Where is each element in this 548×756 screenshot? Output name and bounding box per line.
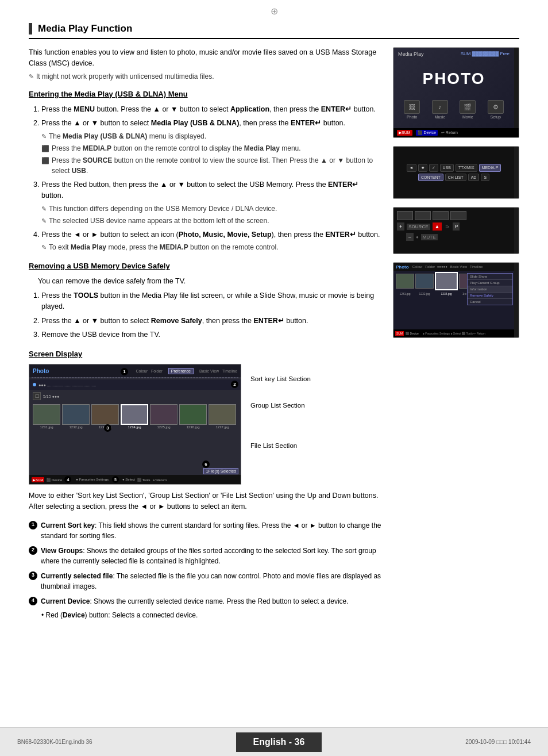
- remote-buttons-grid: ◄ ★ ✓ USB TTX/MIX MEDIA.P CONTENT CH LIS…: [397, 164, 511, 181]
- tv-screenshot-4: Photo Colour Folder ●●●●● Basic View Tim…: [393, 262, 519, 338]
- remove-step-3-text: Remove the USB device from the TV.: [41, 331, 160, 339]
- ctx-cancel: Cancel: [468, 299, 512, 305]
- step-2-text: Press the ▲ or ▼ button to select Media …: [41, 119, 345, 127]
- fname4-1: 1231.jpg: [396, 292, 414, 296]
- diag-thumb-1: [33, 404, 60, 425]
- diag-counter: 5/15 ●●●: [43, 394, 59, 398]
- step-2: Press the ▲ or ▼ button to select Media …: [41, 118, 381, 176]
- diag-fname-4: 1234.jpg: [128, 425, 141, 429]
- step-2-note-2: ⬛ Press the MEDIA.P button on the remote…: [41, 143, 381, 153]
- t2: [415, 274, 434, 289]
- entering-steps: Press the MENU button. Press the ▲ or ▼ …: [29, 104, 381, 253]
- footer-right: 2009-10-09 □□□ 10:01:44: [465, 739, 531, 745]
- note-icon: ⬛: [41, 156, 49, 166]
- badge-2: 2: [231, 381, 238, 388]
- device-btn-small: ⬛ Device: [416, 130, 438, 136]
- step-4-note-1-text: To exit Media Play mode, press the MEDIA…: [49, 242, 279, 252]
- removing-title: Removing a USB Memory Device Safely: [29, 262, 381, 270]
- diag-photo-title: Photo: [33, 368, 49, 374]
- sum-btn-small: ▶SUM: [397, 130, 412, 136]
- label-sort-key: Sort key List Section: [250, 375, 311, 382]
- removing-steps: Press the TOOLS button in the Media Play…: [29, 290, 381, 340]
- badge-4: 4: [64, 476, 71, 483]
- diag-thumb-6: [179, 404, 207, 425]
- return-label-small: ↩ Return: [441, 131, 458, 135]
- note-item-4: 4 Current Device: Shows the currently se…: [29, 596, 381, 607]
- tv-screenshot-1: Media Play SUM ▓▓▓▓▓▓▓▓ Free PHOTO 🖼 Pho…: [393, 47, 519, 138]
- step-2-note-2-text: Press the MEDIA.P button on the remote c…: [52, 143, 301, 153]
- remote-btn-content: CONTENT: [418, 174, 443, 181]
- music-icon-box: ♪: [432, 100, 448, 114]
- ctx-slideshow: Slide Show: [468, 274, 512, 280]
- badge-1: 1: [121, 368, 128, 375]
- dot-label: ●: [415, 234, 419, 240]
- note-icon: ✎: [41, 216, 47, 226]
- arrow-btn: ▲: [433, 222, 442, 231]
- remote-btn-chlist: CH LIST: [445, 174, 466, 181]
- remove-step-2-text: Press the ▲ or ▼ button to select Remove…: [41, 317, 308, 325]
- diag-header-right: Colour Folder: [136, 369, 162, 373]
- remove-step-1: Press the TOOLS button in the Media Play…: [41, 290, 381, 312]
- footer-center: English - 36: [236, 732, 322, 752]
- btn-black-4: [450, 211, 466, 220]
- fname4-3: 1234.jpg: [435, 292, 458, 296]
- movie-icon-box: 🎬: [460, 100, 476, 114]
- badge-3: 3: [104, 424, 111, 432]
- left-column: This function enables you to view and li…: [29, 47, 381, 619]
- step-1: Press the MENU button. Press the ▲ or ▼ …: [41, 104, 381, 115]
- title-bar: [29, 23, 32, 34]
- diag-file-6: 1236.jpg: [179, 404, 207, 429]
- mute-btn: MUTE: [421, 234, 438, 240]
- favs-s: ● Favourites Settings ● Select ⬛ Tools ↩…: [423, 332, 485, 335]
- diag-fname-1: 1231.jpg: [40, 425, 53, 429]
- note-icon-1: ✎: [29, 73, 34, 80]
- remote-btn-ad: AD: [468, 174, 480, 181]
- sum-label: SUM ▓▓▓▓▓▓▓▓ Free: [461, 51, 510, 56]
- btn-black-2: [415, 211, 431, 220]
- mute-label: ⊃: [444, 224, 450, 230]
- diag-file-1: 1231.jpg: [33, 404, 60, 429]
- intro-text: This function enables you to view and li…: [29, 47, 381, 69]
- tools-label: ⬛ Tools: [137, 478, 150, 482]
- tv-screen-1: Media Play SUM ▓▓▓▓▓▓▓▓ Free PHOTO 🖼 Pho…: [393, 48, 514, 128]
- setup-label: Setup: [491, 115, 501, 119]
- step-3-text: Press the Red button, then press the ▲ o…: [41, 181, 358, 199]
- btn-black-1: [397, 211, 413, 220]
- note-item-3: 3 Currently selected file: The selected …: [29, 571, 381, 592]
- diag-bottom-bar: ▶SUM ⬛ Device 4 ● Favourites Settings 5 …: [29, 475, 241, 484]
- device-label: ⬛ Device: [47, 478, 62, 482]
- source-btn: SOURCE: [407, 224, 430, 230]
- color-buttons-row: [397, 211, 511, 220]
- return-label: ↩ Return: [153, 478, 167, 482]
- page-title: Media Play Function: [38, 23, 132, 34]
- remove-step-1-text: Press the TOOLS button in the Media Play…: [41, 291, 374, 310]
- step-4: Press the ◄ or ► button to select an ico…: [41, 229, 381, 253]
- label-file-list: File List Section: [250, 442, 311, 449]
- diagram-labels: Sort key List Section Group List Section…: [250, 364, 311, 449]
- tv-bottom-bar-1: ▶SUM ⬛ Device ↩ Return: [393, 128, 519, 137]
- diag-group-dot: [33, 383, 36, 386]
- files-selected: 1File(s) Selected: [203, 468, 238, 474]
- removing-intro: You can remove the device safely from th…: [29, 276, 381, 287]
- step-2-note-1: ✎ The Media Play (USB & DLNA) menu is di…: [41, 131, 381, 141]
- diag-fname-2: 1232.jpg: [69, 425, 82, 429]
- step-1-text: Press the MENU button. Press the ▲ or ▼ …: [41, 105, 376, 113]
- minus-btn: –: [406, 233, 414, 241]
- note-item-1: 1 Current Sort key: This field shows the…: [29, 520, 381, 541]
- note-num-2: 2: [29, 546, 37, 555]
- footer: BN68-02330K-01Eng.indb 36 English - 36 2…: [0, 727, 548, 756]
- step-4-text: Press the ◄ or ► button to select an ico…: [41, 231, 380, 239]
- diag-files-row: 1231.jpg 1232.jpg 1233.jpg: [29, 402, 241, 431]
- photo-bar-meta: Colour Folder ●●●●● Basic View Timeline: [412, 265, 483, 268]
- note-num-1: 1: [29, 521, 37, 529]
- diag-thumb-5: [150, 404, 177, 425]
- diag-group-line: [32, 377, 238, 378]
- note-num-3: 3: [29, 571, 37, 580]
- entering-title: Entering the Media Play (USB & DLNA) Men…: [29, 90, 381, 98]
- diagram-area: Photo Colour Folder Preference Basic Vie…: [29, 364, 381, 485]
- note-line-1: ✎ It might not work properly with unlice…: [29, 72, 381, 80]
- note-item-2: 2 View Groups: Shows the detailed groups…: [29, 546, 381, 566]
- bullet-note: • Red (Device) button: Selects a connect…: [29, 611, 381, 619]
- photo-bar-title: Photo: [396, 264, 409, 270]
- step-3-note-2-text: The selected USB device name appears at …: [49, 216, 269, 226]
